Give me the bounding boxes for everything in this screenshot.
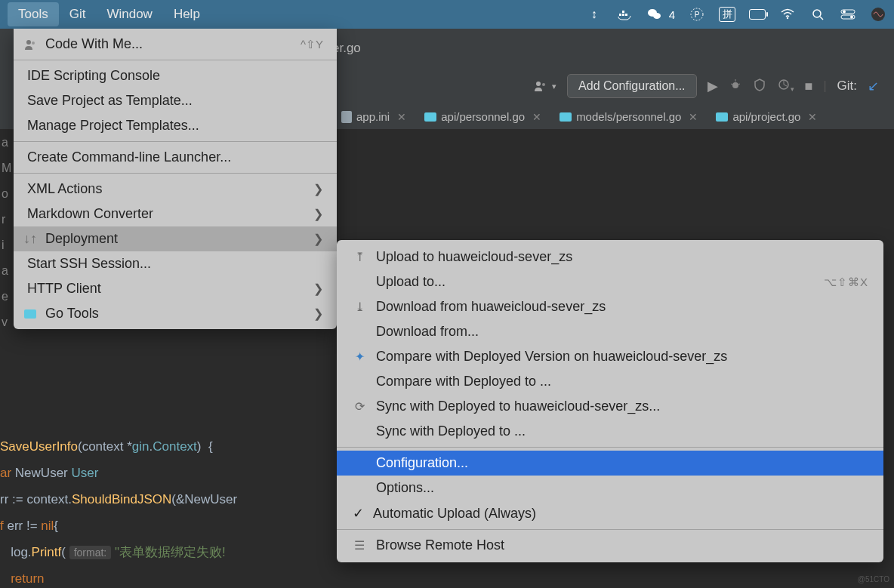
- menu-go-tools[interactable]: Go Tools ❯: [14, 301, 337, 326]
- menu-label: Download from huaweicloud-sever_zs: [376, 299, 606, 315]
- svg-rect-3: [622, 11, 624, 13]
- docker-icon[interactable]: [616, 6, 633, 23]
- menu-sync-hw[interactable]: ⟳Sync with Deployed to huaweicloud-sever…: [337, 394, 883, 419]
- tab-label: app.ini: [356, 110, 390, 123]
- gutter: aMor iaev: [0, 130, 11, 335]
- menu-label: Compare with Deployed to ...: [376, 374, 551, 389]
- svg-line-20: [731, 84, 732, 85]
- menu-label: Start SSH Session...: [27, 256, 151, 272]
- menu-label: Sync with Deployed to ...: [376, 423, 526, 439]
- svg-point-9: [813, 10, 821, 17]
- menu-browse-remote[interactable]: ☰Browse Remote Host: [337, 533, 883, 558]
- search-icon[interactable]: [809, 6, 826, 23]
- menu-upload-to-hw[interactable]: ⤒Upload to huaweicloud-sever_zs: [337, 245, 883, 269]
- go-file-icon: [424, 112, 436, 122]
- separator: [14, 173, 337, 174]
- separator: [14, 60, 337, 60]
- ini-file-icon: [341, 111, 352, 123]
- menu-configuration[interactable]: Configuration...: [337, 451, 883, 476]
- compare-icon: ✦: [352, 349, 367, 364]
- tab-app-ini[interactable]: app.ini✕: [332, 104, 415, 129]
- stop-icon[interactable]: ■: [805, 79, 813, 94]
- menu-save-template[interactable]: Save Project as Template...: [14, 88, 337, 113]
- git-update-icon[interactable]: ↙: [868, 78, 879, 94]
- go-file-icon: [716, 112, 728, 122]
- menu-code-with-me[interactable]: Code With Me... ^⇧Y: [14, 32, 337, 57]
- menu-label: Automatic Upload (Always): [373, 506, 536, 522]
- menu-start-ssh[interactable]: Start SSH Session...: [14, 251, 337, 276]
- siri-icon[interactable]: [870, 6, 886, 23]
- menu-label: Manage Project Templates...: [27, 118, 199, 134]
- host-icon: ☰: [352, 538, 367, 553]
- updown-icon[interactable]: ↕: [586, 6, 603, 23]
- separator: [337, 529, 883, 530]
- tab-label: api/personnel.go: [441, 110, 525, 123]
- menu-compare-to[interactable]: Compare with Deployed to ...: [337, 369, 883, 394]
- menu-window[interactable]: Window: [96, 2, 162, 26]
- menubar-status: ↕ 4 P 拼: [586, 6, 886, 23]
- menu-label: Create Command-line Launcher...: [27, 149, 231, 165]
- wechat-icon[interactable]: [646, 6, 663, 23]
- close-icon[interactable]: ✕: [397, 111, 406, 123]
- tab-api-personnel[interactable]: api/personnel.go✕: [415, 104, 550, 129]
- code-with-me-icon[interactable]: ▾: [532, 79, 556, 93]
- menu-help[interactable]: Help: [163, 2, 211, 26]
- menu-download-from-hw[interactable]: ⤓Download from huaweicloud-sever_zs: [337, 294, 883, 319]
- menu-download-from[interactable]: Download from...: [337, 319, 883, 344]
- menu-create-launcher[interactable]: Create Command-line Launcher...: [14, 145, 337, 170]
- menu-label: Sync with Deployed to huaweicloud-sever_…: [376, 399, 660, 414]
- menu-compare-hw[interactable]: ✦Compare with Deployed Version on huawei…: [337, 344, 883, 369]
- tools-menu-dropdown: Code With Me... ^⇧Y IDE Scripting Consol…: [14, 29, 337, 329]
- menu-git[interactable]: Git: [59, 2, 97, 26]
- menu-sync-to[interactable]: Sync with Deployed to ...: [337, 419, 883, 444]
- svg-line-10: [820, 17, 823, 20]
- menu-label: Options...: [376, 480, 434, 496]
- svg-text:P: P: [695, 11, 700, 19]
- add-configuration-button[interactable]: Add Configuration...: [567, 74, 696, 98]
- shortcut: ^⇧Y: [301, 38, 323, 51]
- tab-api-project[interactable]: api/project.go✕: [707, 104, 826, 129]
- sync-icon: ⟳: [352, 399, 367, 414]
- close-icon[interactable]: ✕: [532, 111, 541, 123]
- tab-models-personnel[interactable]: models/personnel.go✕: [550, 104, 707, 129]
- menu-label: Save Project as Template...: [27, 93, 193, 109]
- menu-markdown-converter[interactable]: Markdown Converter❯: [14, 202, 337, 226]
- menu-xml-actions[interactable]: XML Actions❯: [14, 177, 337, 202]
- menu-automatic-upload[interactable]: ✓Automatic Upload (Always): [337, 500, 883, 526]
- wechat-count: 4: [669, 8, 675, 21]
- menu-label: IDE Scripting Console: [27, 68, 160, 84]
- menu-label: Compare with Deployed Version on huaweic…: [376, 349, 727, 365]
- editor-code[interactable]: SaveUserInfo(context *gin.Context) { ar …: [0, 408, 237, 588]
- deployment-submenu: ⤒Upload to huaweicloud-sever_zs Upload t…: [337, 240, 883, 562]
- wifi-icon[interactable]: [779, 6, 796, 23]
- close-icon[interactable]: ✕: [808, 111, 817, 123]
- menu-manage-templates[interactable]: Manage Project Templates...: [14, 113, 337, 138]
- coverage-icon[interactable]: [753, 78, 766, 95]
- menu-tools[interactable]: Tools: [8, 2, 59, 26]
- upload-icon: ⤒: [352, 250, 367, 264]
- menu-http-client[interactable]: HTTP Client❯: [14, 276, 337, 301]
- debug-icon[interactable]: [729, 78, 742, 95]
- separator: [14, 141, 337, 142]
- svg-point-16: [536, 82, 541, 86]
- close-icon[interactable]: ✕: [689, 111, 698, 123]
- menu-label: HTTP Client: [27, 281, 101, 297]
- go-icon: [23, 306, 38, 322]
- menu-ide-scripting[interactable]: IDE Scripting Console: [14, 63, 337, 88]
- profile-icon[interactable]: ▾: [777, 78, 794, 95]
- menu-label: Configuration...: [376, 455, 468, 471]
- svg-line-21: [738, 84, 740, 85]
- app-p-icon[interactable]: P: [689, 6, 705, 23]
- menu-options[interactable]: Options...: [337, 476, 883, 500]
- control-center-icon[interactable]: [840, 6, 856, 23]
- menu-upload-to[interactable]: Upload to...⌥⇧⌘X: [337, 269, 883, 294]
- svg-point-18: [732, 82, 738, 88]
- menubar-left: Tools Git Window Help: [8, 2, 211, 26]
- param-hint: format:: [69, 546, 112, 559]
- menu-label: Code With Me...: [45, 36, 143, 52]
- run-icon[interactable]: ▶: [707, 78, 718, 94]
- menu-deployment[interactable]: ↓↑ Deployment ❯: [14, 226, 337, 251]
- menu-label: Browse Remote Host: [376, 537, 504, 553]
- battery-icon[interactable]: [749, 6, 766, 23]
- input-method-icon[interactable]: 拼: [719, 7, 735, 22]
